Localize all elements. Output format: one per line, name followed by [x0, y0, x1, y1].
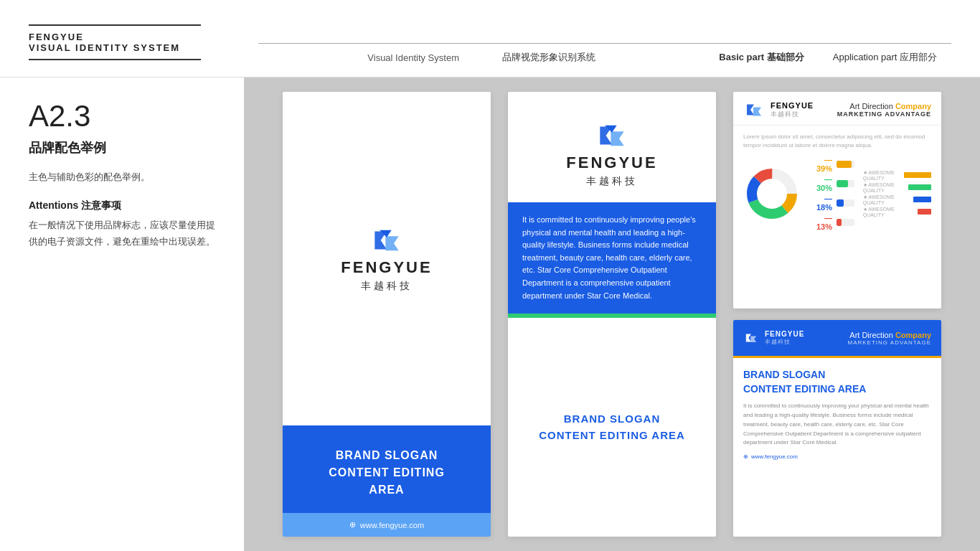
legend-item-2: —30%	[809, 175, 854, 192]
legend-bar-3	[837, 199, 844, 207]
donut-chart-svg	[743, 165, 801, 222]
card1-footer: ⊕ www.fengyue.com	[283, 513, 491, 537]
qual-row-1: ★ AWESOME QUALITY	[863, 170, 931, 181]
chart-legend: —39% —30%	[809, 156, 854, 231]
globe-icon-rb: ⊕	[743, 453, 748, 460]
qual-fill-3	[913, 197, 931, 202]
fengyue-logo-icon-rb	[743, 331, 759, 344]
left-panel: A2.3 品牌配色举例 主色与辅助色彩的配色举例。 Attentions 注意事…	[0, 77, 244, 551]
card2-logo-area: FENGYUE 丰越科技	[508, 92, 716, 202]
donut-row: —39% —30%	[743, 156, 931, 231]
card-2: FENGYUE 丰越科技 It is committed to continuo…	[508, 92, 716, 537]
fengyue-logo-1: FENGYUE 丰越科技	[341, 225, 432, 293]
legend-pct-2: —30%	[809, 175, 832, 192]
card-rb-slogan: BRAND SLOGAN CONTENT EDITING AREA	[743, 368, 931, 396]
card2-slogan-line2: CONTENT EDITING AREA	[522, 428, 702, 444]
card2-blue-text: It is committed to continuously improvin…	[522, 214, 702, 302]
card1-slogan: BRAND SLOGAN CONTENT EDITING AREA	[297, 447, 476, 499]
legend-bar-4	[837, 219, 842, 226]
nav-basic-part[interactable]: Basic part 基础部分	[705, 51, 818, 64]
logo-line1: FENGYUE	[29, 32, 258, 42]
nav-right: Basic part 基础部分 Application part 应用部分	[705, 43, 951, 77]
qual-fill-2	[908, 184, 931, 190]
card1-logo-cn: 丰越科技	[361, 280, 413, 293]
card-rb-subtitle: MARKETING ADVANTAGE	[848, 339, 932, 346]
card-rb-slogan-line1: BRAND SLOGAN	[743, 368, 931, 382]
card2-blue-section: It is committed to continuously improvin…	[508, 202, 716, 314]
card-rt-logo-en: FENGYUE	[771, 101, 814, 110]
card2-logo-cn: 丰越科技	[586, 175, 638, 188]
qual-row-4: ★ AWESOME QUALITY	[863, 207, 931, 217]
qual-fill-1	[904, 172, 931, 178]
card-rb-title: Art Direction Company	[848, 331, 932, 339]
legend-bar-wrap-3	[837, 199, 854, 207]
card2-logo-en: FENGYUE	[566, 154, 657, 172]
section-desc: 主色与辅助色彩的配色举例。	[29, 169, 215, 185]
card-rb-header: FENGYUE 丰越科技 Art Direction Company MARKE…	[733, 320, 941, 356]
section-title: 品牌配色举例	[29, 139, 215, 156]
legend-item-4: —13%	[809, 214, 854, 231]
card-rb-desc: It is committed to continuously improvin…	[743, 402, 931, 448]
nav-center-chinese[interactable]: 品牌视觉形象识别系统	[481, 51, 617, 64]
card-rb-body: BRAND SLOGAN CONTENT EDITING AREA It is …	[733, 358, 941, 470]
legend-pct-3: —18%	[809, 194, 832, 212]
chart-area: Lorem ipsum dolor sit amet, consectetur …	[733, 126, 941, 238]
card-rt-header-left: FENGYUE 丰越科技	[743, 100, 814, 119]
fengyue-logo-2: FENGYUE 丰越科技	[566, 121, 657, 188]
legend-pct-4: —13%	[809, 214, 832, 231]
logo-area: FENGYUE VISUAL IDENTITY SYSTEM	[29, 17, 258, 60]
company-text: Company	[895, 102, 931, 110]
card-rb-logo-en: FENGYUE	[765, 330, 804, 338]
nav-center-vis-identity[interactable]: Visual Identity System	[346, 52, 481, 63]
attentions-desc: 在一般情况下使用品牌标志，应该尽量使用提供的电子资源文件，避免在重绘中出现误差。	[29, 217, 215, 250]
card1-blue-box: BRAND SLOGAN CONTENT EDITING AREA	[283, 425, 491, 513]
legend-item-1: —39%	[809, 156, 854, 173]
nav-application-part[interactable]: Application part 应用部分	[819, 51, 951, 64]
legend-bar-wrap-4	[837, 219, 854, 226]
content-area: A2.3 品牌配色举例 主色与辅助色彩的配色举例。 Attentions 注意事…	[0, 77, 980, 551]
fengyue-logo-icon-rt	[743, 100, 765, 119]
card-rb-header-left: FENGYUE 丰越科技	[743, 330, 804, 346]
card-1: FENGYUE 丰越科技 BRAND SLOGAN CONTENT EDITIN…	[283, 92, 491, 537]
card1-slogan-line1: BRAND SLOGAN	[297, 447, 476, 464]
card-right-bottom: FENGYUE 丰越科技 Art Direction Company MARKE…	[733, 320, 941, 537]
globe-icon: ⊕	[349, 520, 356, 529]
card1-logo-area: FENGYUE 丰越科技	[283, 92, 491, 425]
card-rt-title: Art Direction Company	[837, 102, 931, 110]
qual-row-3: ★ AWESOME QUALITY	[863, 194, 931, 205]
card1-slogan-line2: CONTENT EDITING	[297, 464, 476, 481]
nav-center: Visual Identity System 品牌视觉形象识别系统	[258, 43, 705, 77]
card-right-column: FENGYUE 丰越科技 Art Direction Company MARKE…	[733, 92, 941, 537]
main-display-area: FENGYUE 丰越科技 BRAND SLOGAN CONTENT EDITIN…	[244, 77, 980, 551]
card-rb-logo-cn: 丰越科技	[765, 338, 804, 346]
card2-slogan-line1: BRAND SLOGAN	[522, 411, 702, 428]
card2-slogan-area: BRAND SLOGAN CONTENT EDITING AREA	[508, 318, 716, 537]
card-rb-url: ⊕ www.fengyue.com	[743, 453, 931, 460]
card1-website: www.fengyue.com	[360, 521, 424, 529]
chart-desc: Lorem ipsum dolor sit amet, consectetur …	[743, 133, 931, 150]
card-rt-header: FENGYUE 丰越科技 Art Direction Company MARKE…	[733, 92, 941, 126]
svg-point-5	[758, 179, 786, 208]
card-rb-website: www.fengyue.com	[751, 453, 798, 460]
card-rb-header-right: Art Direction Company MARKETING ADVANTAG…	[848, 331, 932, 346]
legend-item-3: —18%	[809, 194, 854, 212]
logo-bottom-line	[29, 59, 201, 60]
card1-logo-en: FENGYUE	[341, 258, 432, 277]
card-rt-subtitle: MARKETING ADVANTAGE	[837, 110, 931, 118]
top-navigation: FENGYUE VISUAL IDENTITY SYSTEM Visual Id…	[0, 0, 980, 77]
qual-fill-4	[918, 209, 931, 215]
qual-row-2: ★ AWESOME QUALITY	[863, 182, 931, 193]
fengyue-logo-icon-1	[369, 225, 405, 255]
legend-bar-wrap-2	[837, 180, 854, 187]
card2-slogan: BRAND SLOGAN CONTENT EDITING AREA	[522, 411, 702, 443]
legend-bar-wrap-1	[837, 161, 854, 168]
card-rt-logo-cn: 丰越科技	[771, 110, 814, 119]
section-number: A2.3	[29, 99, 215, 133]
attentions-title: Attentions 注意事项	[29, 199, 215, 212]
quality-bars: ★ AWESOME QUALITY ★ AWESOME QUALITY ★ AW…	[863, 170, 931, 217]
legend-bar-2	[837, 180, 848, 187]
card-rb-slogan-line2: CONTENT EDITING AREA	[743, 382, 931, 397]
legend-bar-1	[837, 161, 852, 168]
legend-pct-1: —39%	[809, 156, 832, 173]
logo-top-line	[29, 24, 201, 26]
